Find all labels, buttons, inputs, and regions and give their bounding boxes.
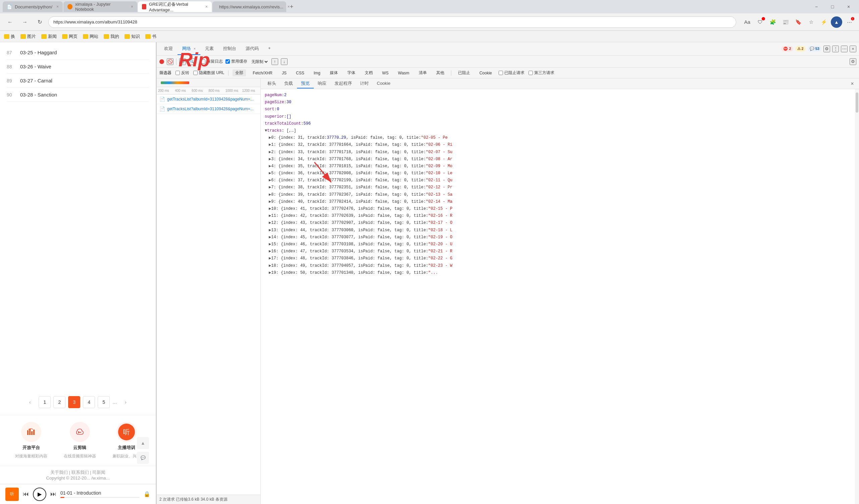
- json-tracks-header[interactable]: ▼ tracks : [,…]: [265, 127, 855, 135]
- json-track-16[interactable]: ▶ 16: {index: 47, trackId: 377703534, is…: [265, 248, 855, 255]
- filter-manifest[interactable]: 清单: [416, 69, 430, 76]
- throttle-select[interactable]: 无限制: [250, 59, 269, 64]
- filter-fetch-xhr[interactable]: Fetch/XHR: [250, 70, 275, 76]
- devtools-close-icon[interactable]: ×: [849, 46, 856, 52]
- forward-button[interactable]: →: [19, 16, 31, 28]
- player-next-button[interactable]: ⏭: [50, 491, 56, 498]
- devtools-tab-network[interactable]: 网络 ×: [178, 43, 200, 55]
- hide-data-input[interactable]: [193, 71, 198, 75]
- page-4[interactable]: 4: [83, 396, 95, 408]
- search-icon[interactable]: 🔍: [189, 58, 195, 65]
- upload-icon[interactable]: ↑: [271, 58, 278, 65]
- bookmark-mine[interactable]: 我的: [104, 33, 119, 40]
- back-button[interactable]: ←: [4, 16, 16, 28]
- filter-icon[interactable]: ☰: [179, 58, 186, 65]
- new-tab-button[interactable]: +: [287, 2, 296, 11]
- footer-open-platform[interactable]: 开放平台 对接海量精彩内容: [15, 422, 47, 459]
- json-track-12[interactable]: ▶ 12: {index: 43, trackId: 377702907, is…: [265, 220, 855, 226]
- disable-cache-checkbox[interactable]: 禁用缓存: [226, 59, 247, 64]
- json-track-1[interactable]: ▶ 1: {index: 32, trackId: 377701664, isP…: [265, 141, 855, 148]
- json-track-2[interactable]: ▶ 2: {index: 33, trackId: 377701718, isP…: [265, 149, 855, 156]
- net-file-2[interactable]: 📄 getTracksList?albumId=31109428&pageNum…: [157, 104, 260, 114]
- footer-link-contact[interactable]: 联系我们: [72, 470, 89, 475]
- settings-more-icon[interactable]: ⋯ 1: [844, 16, 855, 28]
- address-bar[interactable]: https://www.ximalaya.com/album/31109428: [48, 16, 736, 28]
- tab-gre-close[interactable]: ×: [205, 4, 208, 9]
- detail-tab-preview[interactable]: 预览: [297, 79, 314, 89]
- bookmark-website[interactable]: 网站: [83, 33, 98, 40]
- page-prev[interactable]: ‹: [24, 396, 36, 408]
- json-track-19[interactable]: ▶ 19: {index: 50, trackId: 377701340, is…: [265, 269, 855, 277]
- filter-other[interactable]: 其他: [434, 69, 447, 76]
- devtools-more-icon[interactable]: ⋮: [832, 46, 839, 52]
- bookmark-knowledge[interactable]: 知识: [124, 33, 140, 40]
- devtools-tab-source[interactable]: 源代码: [241, 43, 263, 55]
- shield-icon[interactable]: 🛡: [754, 16, 766, 28]
- filter-cookie[interactable]: Cookie: [477, 70, 495, 76]
- player-prev-button[interactable]: ⏮: [23, 491, 29, 498]
- footer-anchor-training[interactable]: 听 主播培训 兼职副业、兴趣: [112, 422, 140, 459]
- json-track-11[interactable]: ▶ 11: {index: 42, trackId: 377702639, is…: [265, 212, 855, 220]
- reload-button[interactable]: ↻: [33, 16, 46, 28]
- record-button[interactable]: [160, 59, 164, 64]
- detail-tab-response[interactable]: 响应: [314, 79, 331, 89]
- bookmark-pictures[interactable]: 图片: [20, 33, 36, 40]
- json-track-13[interactable]: ▶ 13: {index: 44, trackId: 377703060, is…: [265, 227, 855, 234]
- filter-media[interactable]: 媒体: [327, 69, 341, 76]
- devtools-tab-network-close[interactable]: ×: [194, 47, 196, 51]
- json-track-6[interactable]: ▶ 6: {index: 37, trackId: 377702199, isP…: [265, 177, 855, 184]
- filter-doc[interactable]: 文档: [362, 69, 376, 76]
- devtools-tab-add[interactable]: +: [263, 43, 275, 55]
- json-track-4[interactable]: ▶ 4: {index: 35, trackId: 377701815, isP…: [265, 163, 855, 170]
- tab-docs-close[interactable]: ×: [56, 4, 59, 9]
- detail-tab-timing[interactable]: 计时: [356, 79, 373, 89]
- reader-view-icon[interactable]: 📰: [780, 16, 791, 28]
- filter-all[interactable]: 全部: [232, 69, 246, 76]
- profile-icon[interactable]: ▲: [831, 16, 842, 28]
- network-settings-icon[interactable]: ⚙: [849, 58, 856, 65]
- maximize-button[interactable]: □: [825, 0, 840, 13]
- third-party-input[interactable]: [528, 71, 533, 75]
- filter-ws[interactable]: WS: [379, 70, 391, 76]
- bookmark-book[interactable]: 书: [145, 33, 156, 40]
- collections-icon[interactable]: 🔖: [793, 16, 804, 28]
- tab-docs[interactable]: 📄 Documents/python/ ×: [3, 1, 63, 12]
- read-mode-icon[interactable]: Aa: [741, 16, 753, 28]
- json-track-18[interactable]: ▶ 18: {index: 49, trackId: 377704057, is…: [265, 263, 855, 269]
- blocked-requests-checkbox[interactable]: 已阻止请求: [499, 70, 525, 76]
- tab-xim2[interactable]: https://www.ximalaya.com/revis... ×: [212, 1, 286, 12]
- bookmark-webpage[interactable]: 网页: [62, 33, 77, 40]
- favorites-icon[interactable]: ☆: [805, 16, 817, 28]
- footer-cloud-edit[interactable]: 云剪辑 在线音频剪辑神器: [64, 422, 96, 459]
- third-party-checkbox[interactable]: 第三方请求: [528, 70, 554, 76]
- tab-gre[interactable]: GRE词汇必备Verbal Advantage... ×: [138, 1, 212, 12]
- blocked-requests-input[interactable]: [499, 71, 503, 75]
- preserve-log-checkbox[interactable]: 保留日志: [201, 59, 223, 64]
- bookmark-news[interactable]: 新闻: [41, 33, 57, 40]
- tab-jupyter[interactable]: ximalaya - Jupyter Notebook ×: [63, 1, 137, 12]
- track-item-88[interactable]: 88 03-26 - Waive: [7, 60, 149, 74]
- footer-link-news[interactable]: 司新闻: [92, 470, 105, 475]
- detail-tab-initiator[interactable]: 发起程序: [331, 79, 356, 89]
- filter-font[interactable]: 字体: [345, 69, 358, 76]
- devtools-dots-icon[interactable]: ⋯: [841, 46, 848, 52]
- json-track-8[interactable]: ▶ 8: {index: 39, trackId: 377702367, isP…: [265, 191, 855, 199]
- page-next[interactable]: ›: [120, 396, 132, 408]
- filter-js[interactable]: JS: [279, 70, 289, 76]
- filter-img[interactable]: Img: [311, 70, 323, 76]
- page-5[interactable]: 5: [97, 396, 110, 408]
- detail-tab-payload[interactable]: 负载: [280, 79, 297, 89]
- json-track-15[interactable]: ▶ 15: {index: 46, trackId: 377703108, is…: [265, 241, 855, 248]
- json-track-17[interactable]: ▶ 17: {index: 48, trackId: 377703846, is…: [265, 255, 855, 262]
- disable-cache-input[interactable]: [226, 59, 230, 64]
- net-file-1[interactable]: 📄 getTracksList?albumId=31109428&pageNum…: [157, 95, 260, 104]
- detail-close-button[interactable]: ×: [848, 80, 856, 88]
- tab-jupyter-close[interactable]: ×: [131, 4, 133, 9]
- detail-tab-headers[interactable]: 标头: [263, 79, 280, 89]
- track-item-89[interactable]: 89 03-27 - Carnal: [7, 74, 149, 88]
- json-track-5[interactable]: ▶ 5: {index: 36, trackId: 377702008, isP…: [265, 170, 855, 177]
- page-1[interactable]: 1: [39, 396, 51, 408]
- json-track-7[interactable]: ▶ 7: {index: 38, trackId: 377702351, isP…: [265, 184, 855, 191]
- page-2[interactable]: 2: [54, 396, 65, 408]
- feedback-button[interactable]: 💬: [137, 452, 149, 464]
